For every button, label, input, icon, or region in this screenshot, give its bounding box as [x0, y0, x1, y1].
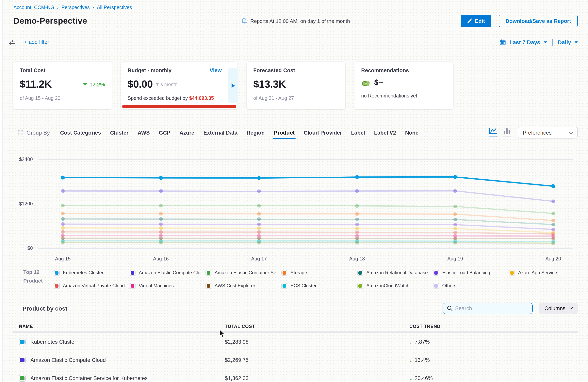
data-point-virtual-machines[interactable] [159, 234, 163, 237]
legend-item-amazoncloudwatch[interactable]: AmazonCloudWatch [357, 281, 433, 290]
data-point-storage[interactable] [355, 212, 359, 216]
table-row-kubernetes-cluster[interactable]: Kubernetes Cluster$2,283.98↓7.87% [13, 333, 578, 351]
legend-item-amazon-elastic-compute-clo[interactable]: Amazon Elastic Compute Clo... [130, 268, 206, 277]
data-point-amazon-elastic-compute-cloud[interactable] [159, 189, 163, 193]
tab-product[interactable]: Product [274, 130, 295, 136]
data-point-elastic-load-balancing[interactable] [453, 223, 457, 226]
data-point-virtual-machines[interactable] [453, 234, 457, 238]
data-point-amazon-elastic-container-service-for-kubernetes[interactable] [551, 212, 555, 215]
line-chart-toggle[interactable] [489, 128, 498, 137]
legend-item-amazon-virtual-private-cloud[interactable]: Amazon Virtual Private Cloud [54, 281, 130, 290]
data-point-kubernetes-cluster[interactable] [355, 175, 359, 179]
data-point-azure-app-service[interactable] [551, 231, 555, 234]
table-row-amazon-elastic-compute-cloud[interactable]: Amazon Elastic Compute Cloud$2,269.75↓13… [13, 351, 578, 369]
download-save-report-button[interactable]: Download/Save as Report [499, 15, 578, 27]
data-point-elastic-load-balancing[interactable] [551, 228, 555, 231]
carousel-next-button[interactable] [228, 68, 238, 103]
data-point-amazon-virtual-private-cloud[interactable] [159, 230, 163, 234]
data-point-amazon-relational-database-service[interactable] [551, 223, 555, 226]
data-point-amazon-elastic-compute-cloud[interactable] [257, 190, 261, 193]
data-point-amazon-relational-database-service[interactable] [159, 217, 163, 221]
bar-chart-toggle[interactable] [504, 128, 511, 137]
data-point-amazon-virtual-private-cloud[interactable] [61, 230, 65, 234]
columns-button[interactable]: Columns [539, 303, 578, 314]
series-line-amazon-virtual-private-cloud [63, 232, 553, 234]
data-point-amazon-relational-database-service[interactable] [257, 217, 261, 221]
tab-cluster[interactable]: Cluster [110, 130, 128, 135]
tab-gcp[interactable]: GCP [159, 130, 170, 135]
data-point-amazon-virtual-private-cloud[interactable] [453, 231, 457, 234]
add-filter-button[interactable]: + add filter [24, 39, 49, 45]
data-point-amazon-elastic-container-service-for-kubernetes[interactable] [257, 204, 261, 208]
data-point-elastic-load-balancing[interactable] [257, 223, 261, 226]
legend-item-amazon-elastic-container-se[interactable]: Amazon Elastic Container Se... [206, 268, 281, 277]
data-point-amazon-virtual-private-cloud[interactable] [355, 230, 359, 234]
data-point-kubernetes-cluster[interactable] [453, 175, 457, 179]
budget-view-link[interactable]: View [210, 67, 222, 73]
legend-item-azure-app-service[interactable]: Azure App Service [509, 268, 585, 277]
data-point-kubernetes-cluster[interactable] [61, 176, 65, 180]
tab-aws[interactable]: AWS [138, 130, 150, 135]
column-header-total-cost[interactable]: TOTAL COST [225, 324, 409, 329]
data-point-amazon-elastic-compute-cloud[interactable] [355, 189, 359, 193]
table-row-amazon-elastic-container-service-for-kubernetes[interactable]: Amazon Elastic Container Service for Kub… [13, 369, 578, 382]
data-point-virtual-machines[interactable] [257, 234, 261, 237]
data-point-amazon-elastic-compute-cloud[interactable] [61, 189, 65, 193]
column-header-cost-trend[interactable]: COST TREND [409, 324, 578, 329]
tab-label[interactable]: Label [351, 130, 365, 135]
legend-item-kubernetes-cluster[interactable]: Kubernetes Cluster [54, 268, 130, 277]
data-point-storage[interactable] [257, 212, 261, 215]
legend-item-ecs-cluster[interactable]: ECS Cluster [281, 281, 357, 290]
tab-azure[interactable]: Azure [179, 130, 194, 135]
data-point-elastic-load-balancing[interactable] [159, 222, 163, 226]
tab-region[interactable]: Region [247, 130, 265, 135]
filter-sliders-icon[interactable] [8, 39, 15, 45]
legend-item-elastic-load-balancing[interactable]: Elastic Load Balancing [433, 268, 509, 277]
data-point-elastic-load-balancing[interactable] [61, 222, 65, 226]
data-point-kubernetes-cluster[interactable] [159, 176, 163, 180]
legend-item-others[interactable]: Others [433, 281, 509, 290]
tab-cloud-provider[interactable]: Cloud Provider [304, 130, 342, 135]
data-point-azure-app-service[interactable] [257, 227, 261, 230]
data-point-virtual-machines[interactable] [61, 234, 65, 237]
breadcrumb-perspectives-link[interactable]: Perspectives [62, 5, 90, 10]
tab-cost-categories[interactable]: Cost Categories [60, 130, 101, 135]
data-point-amazon-elastic-compute-cloud[interactable] [551, 199, 555, 203]
data-point-amazon-relational-database-service[interactable] [355, 218, 359, 221]
preferences-button[interactable]: Preferences [518, 127, 578, 138]
data-point-amazon-elastic-container-service-for-kubernetes[interactable] [159, 204, 163, 207]
data-point-azure-app-service[interactable] [159, 226, 163, 230]
data-point-amazon-virtual-private-cloud[interactable] [257, 230, 261, 234]
granularity-selector[interactable]: Daily [558, 39, 571, 45]
tab-label-v2[interactable]: Label V2 [374, 130, 396, 135]
data-point-amazon-relational-database-service[interactable] [453, 218, 457, 221]
data-point-storage[interactable] [551, 219, 555, 222]
data-point-amazon-elastic-container-service-for-kubernetes[interactable] [61, 204, 65, 207]
tab-none[interactable]: None [405, 130, 419, 135]
search-input[interactable] [455, 305, 528, 311]
data-point-kubernetes-cluster[interactable] [551, 184, 555, 188]
data-point-kubernetes-cluster[interactable] [257, 176, 261, 180]
breadcrumb-account-link[interactable]: Account: CCM-NG [13, 5, 54, 10]
column-header-name[interactable]: NAME [19, 324, 225, 329]
data-point-amazon-elastic-container-service-for-kubernetes[interactable] [355, 204, 359, 208]
data-point-storage[interactable] [453, 212, 457, 216]
data-point-virtual-machines[interactable] [355, 234, 359, 237]
data-point-amazon-relational-database-service[interactable] [61, 217, 65, 221]
tab-external-data[interactable]: External Data [203, 130, 237, 135]
legend-item-aws-cost-explorer[interactable]: AWS Cost Explorer [206, 281, 281, 290]
legend-item-virtual-machines[interactable]: Virtual Machines [130, 281, 206, 290]
legend-item-storage[interactable]: Storage [281, 268, 357, 277]
data-point-azure-app-service[interactable] [355, 227, 359, 230]
data-point-storage[interactable] [61, 212, 65, 215]
breadcrumb-all-perspectives-link[interactable]: All Perspectives [97, 5, 132, 10]
data-point-amazon-elastic-container-service-for-kubernetes[interactable] [453, 205, 457, 208]
data-point-azure-app-service[interactable] [453, 227, 457, 230]
edit-button[interactable]: Edit [461, 15, 491, 27]
date-range-selector[interactable]: Last 7 Days [509, 39, 540, 45]
data-point-azure-app-service[interactable] [61, 226, 65, 230]
data-point-elastic-load-balancing[interactable] [355, 223, 359, 226]
data-point-storage[interactable] [159, 212, 163, 215]
legend-item-amazon-relational-database[interactable]: Amazon Relational Database ... [357, 268, 433, 277]
data-point-amazon-elastic-compute-cloud[interactable] [453, 189, 457, 192]
